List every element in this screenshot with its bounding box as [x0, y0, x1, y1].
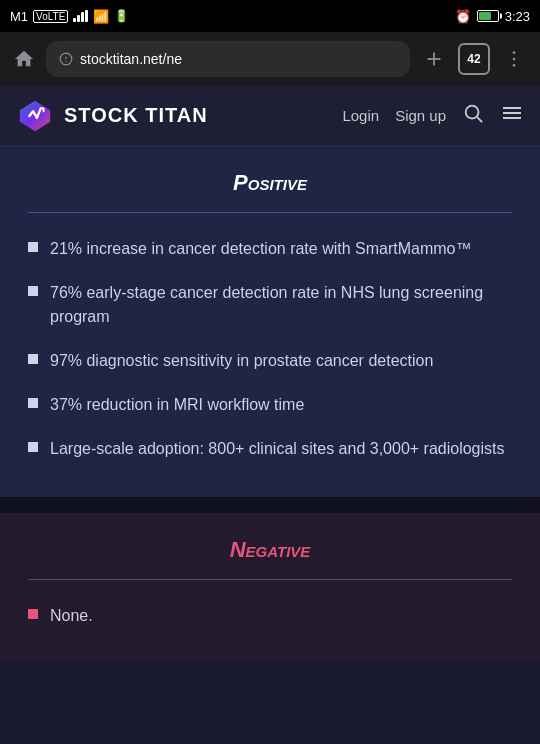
- battery-small-icon: 🔋: [114, 9, 129, 23]
- status-bar: M1 VoLTE 📶 🔋 ⏰ 3:23: [0, 0, 540, 32]
- positive-divider: [28, 212, 512, 213]
- battery-icon: [477, 10, 499, 22]
- svg-point-2: [65, 61, 66, 62]
- bullet-square: [28, 286, 38, 296]
- bullet-text: None.: [50, 604, 93, 628]
- bullet-square: [28, 354, 38, 364]
- volte-label: VoLTE: [33, 10, 68, 23]
- time-display: 3:23: [505, 9, 530, 24]
- carrier-label: M1: [10, 9, 28, 24]
- login-link[interactable]: Login: [342, 107, 379, 124]
- site-nav: Login Sign up: [342, 101, 524, 130]
- bullet-text: 37% reduction in MRI workflow time: [50, 393, 304, 417]
- site-security-icon: [58, 51, 74, 67]
- logo-text: STOCK TITAN: [64, 104, 208, 127]
- list-item: 37% reduction in MRI workflow time: [28, 393, 512, 417]
- negative-divider: [28, 579, 512, 580]
- svg-point-7: [513, 64, 516, 67]
- svg-point-8: [466, 106, 479, 119]
- bullet-text: 21% increase in cancer detection rate wi…: [50, 237, 472, 261]
- bullet-square: [28, 442, 38, 452]
- negative-title: Negative: [28, 537, 512, 563]
- menu-icon[interactable]: [500, 101, 524, 130]
- negative-section: Negative None.: [0, 513, 540, 660]
- svg-line-9: [477, 117, 482, 122]
- positive-title: Positive: [28, 170, 512, 196]
- list-item: Large-scale adoption: 800+ clinical site…: [28, 437, 512, 461]
- status-right: ⏰ 3:23: [455, 9, 530, 24]
- bullet-square: [28, 609, 38, 619]
- status-left: M1 VoLTE 📶 🔋: [10, 9, 129, 24]
- url-bar[interactable]: stocktitan.net/ne: [46, 41, 410, 77]
- tab-count-button[interactable]: 42: [458, 43, 490, 75]
- main-content: Positive 21% increase in cancer detectio…: [0, 146, 540, 660]
- add-tab-button[interactable]: [418, 43, 450, 75]
- section-gap: [0, 497, 540, 513]
- signup-link[interactable]: Sign up: [395, 107, 446, 124]
- list-item: None.: [28, 604, 512, 628]
- wifi-icon: 📶: [93, 9, 109, 24]
- logo-icon: [16, 97, 54, 135]
- bullet-text: 97% diagnostic sensitivity in prostate c…: [50, 349, 433, 373]
- bullet-square: [28, 242, 38, 252]
- positive-section: Positive 21% increase in cancer detectio…: [0, 146, 540, 497]
- signal-icon: [73, 10, 88, 22]
- search-icon[interactable]: [462, 102, 484, 129]
- url-text: stocktitan.net/ne: [80, 51, 398, 67]
- positive-bullet-list: 21% increase in cancer detection rate wi…: [28, 237, 512, 461]
- bullet-square: [28, 398, 38, 408]
- bullet-text: 76% early-stage cancer detection rate in…: [50, 281, 512, 329]
- negative-bullet-list: None.: [28, 604, 512, 628]
- bullet-text: Large-scale adoption: 800+ clinical site…: [50, 437, 505, 461]
- site-logo[interactable]: STOCK TITAN: [16, 97, 208, 135]
- list-item: 21% increase in cancer detection rate wi…: [28, 237, 512, 261]
- more-menu-button[interactable]: [498, 43, 530, 75]
- list-item: 97% diagnostic sensitivity in prostate c…: [28, 349, 512, 373]
- home-button[interactable]: [10, 45, 38, 73]
- svg-point-6: [513, 58, 516, 61]
- browser-chrome: stocktitan.net/ne 42: [0, 32, 540, 86]
- site-header: STOCK TITAN Login Sign up: [0, 86, 540, 146]
- svg-point-5: [513, 51, 516, 54]
- alarm-icon: ⏰: [455, 9, 471, 24]
- list-item: 76% early-stage cancer detection rate in…: [28, 281, 512, 329]
